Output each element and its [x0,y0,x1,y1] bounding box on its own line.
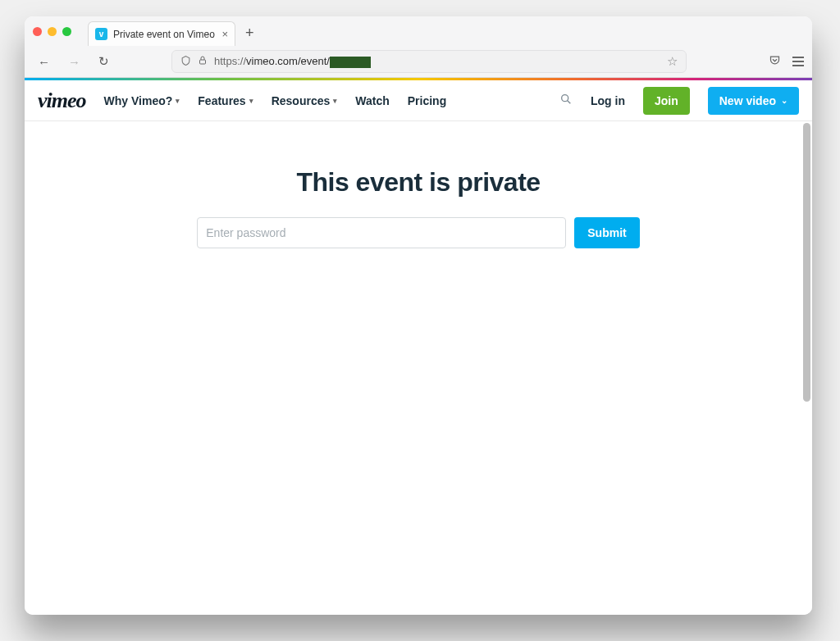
close-window-icon[interactable] [33,27,42,36]
toolbar-right [769,54,804,69]
svg-rect-0 [200,60,206,64]
browser-window: v Private event on Vimeo × + ← → ↻ https… [25,16,812,615]
address-bar[interactable]: https://vimeo.com/event/ ☆ [171,50,687,73]
nav-label: Pricing [408,94,446,107]
scrollbar-track[interactable] [803,123,810,613]
join-button[interactable]: Join [643,87,690,115]
site-header: vimeo Why Vimeo? ▾ Features ▾ Resources … [25,80,812,121]
submit-button[interactable]: Submit [574,217,639,248]
private-event-panel: This event is private Submit [25,167,812,248]
chevron-down-icon: ▾ [333,97,337,105]
chevron-down-icon: ▾ [176,97,180,105]
page-content: This event is private Submit [25,121,812,615]
window-controls [33,27,71,36]
url-text: https://vimeo.com/event/ [214,55,660,68]
browser-chrome: v Private event on Vimeo × + ← → ↻ https… [25,16,812,78]
nav-resources[interactable]: Resources ▾ [272,94,338,107]
nav-label: Why Vimeo? [104,94,173,107]
nav-watch[interactable]: Watch [355,94,389,107]
shield-icon[interactable] [180,55,191,69]
button-label: New video [719,94,776,107]
password-input[interactable] [197,217,566,248]
menu-icon[interactable] [792,57,804,66]
login-link[interactable]: Log in [591,94,625,107]
chevron-down-icon: ▾ [249,97,253,105]
reload-button[interactable]: ↻ [94,51,114,72]
browser-tab[interactable]: v Private event on Vimeo × [88,21,235,46]
nav-pricing[interactable]: Pricing [408,94,446,107]
redacted-segment [330,57,371,68]
minimize-window-icon[interactable] [48,27,57,36]
new-video-button[interactable]: New video ⌄ [708,87,799,115]
button-label: Join [655,94,678,107]
vimeo-logo[interactable]: vimeo [38,89,86,113]
tab-strip: v Private event on Vimeo × + [25,16,812,46]
nav-label: Resources [272,94,331,107]
nav-features[interactable]: Features ▾ [198,94,253,107]
url-host-path: vimeo.com/event/ [246,55,330,67]
new-tab-button[interactable]: + [245,25,254,40]
lock-icon [198,55,208,68]
chevron-down-icon: ⌄ [781,96,788,105]
bookmark-star-icon[interactable]: ☆ [667,54,678,69]
nav-label: Features [198,94,245,107]
password-form: Submit [25,217,812,248]
forward-button[interactable]: → [63,52,85,72]
tab-title: Private event on Vimeo [113,29,216,40]
vimeo-favicon-icon: v [95,28,107,40]
nav-why-vimeo[interactable]: Why Vimeo? ▾ [104,94,180,107]
nav-label: Watch [355,94,389,107]
maximize-window-icon[interactable] [62,27,71,36]
page-title: This event is private [25,167,812,198]
svg-point-1 [562,95,568,102]
svg-line-2 [568,101,571,104]
back-button[interactable]: ← [33,52,55,72]
pocket-icon[interactable] [769,54,781,69]
scrollbar-thumb[interactable] [803,123,810,402]
search-icon[interactable] [559,93,573,108]
browser-toolbar: ← → ↻ https://vimeo.com/event/ ☆ [25,46,812,77]
close-tab-icon[interactable]: × [221,29,228,39]
url-prefix: https:// [214,55,246,67]
